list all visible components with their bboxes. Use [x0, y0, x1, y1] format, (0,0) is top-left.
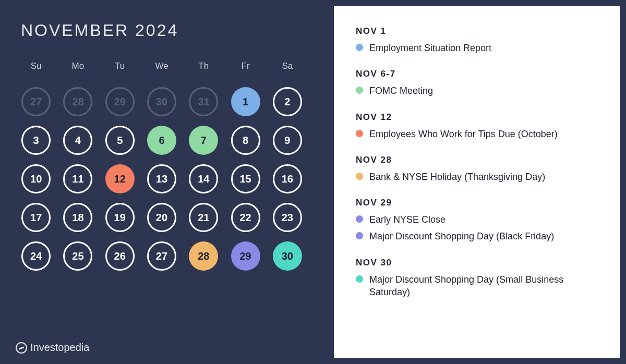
calendar-day: 28 — [63, 87, 92, 116]
event-text: Major Discount Shopping Day (Small Busin… — [369, 273, 600, 299]
calendar-day: 19 — [105, 203, 135, 232]
dow-header: Fr — [230, 61, 260, 78]
calendar-day: 25 — [63, 241, 92, 271]
event-dot-icon — [356, 215, 363, 223]
event-dot-icon — [356, 87, 363, 94]
calendar-day: 23 — [273, 203, 302, 232]
event-dot-icon — [356, 232, 363, 239]
events-panel: NOV 1Employment Situation ReportNOV 6-7F… — [334, 6, 620, 358]
calendar-day: 13 — [147, 164, 176, 193]
calendar-day: 29 — [231, 241, 260, 271]
calendar-day: 12 — [105, 164, 135, 193]
dow-header: Su — [21, 61, 51, 78]
event-date: NOV 30 — [356, 258, 600, 268]
event-date: NOV 28 — [356, 155, 600, 165]
dow-header: We — [147, 61, 177, 78]
event-item: Employees Who Work for Tips Due (October… — [356, 128, 600, 140]
event-date: NOV 1 — [356, 26, 600, 37]
event-item: Employment Situation Report — [356, 42, 600, 54]
calendar-day: 11 — [63, 164, 92, 193]
calendar-day: 9 — [273, 126, 302, 155]
event-date: NOV 6-7 — [356, 69, 600, 79]
calendar-day: 14 — [189, 164, 218, 193]
event-group: NOV 30Major Discount Shopping Day (Small… — [356, 258, 600, 299]
calendar-day: 1 — [231, 87, 260, 116]
calendar-day: 21 — [189, 203, 218, 232]
event-group: NOV 1Employment Situation Report — [356, 26, 600, 54]
calendar-panel: NOVEMBER 2024 SuMoTuWeThFrSa272829303112… — [21, 21, 311, 271]
dow-header: Tu — [105, 61, 135, 78]
calendar-day: 20 — [147, 203, 176, 232]
calendar-day: 15 — [231, 164, 260, 193]
brand: Investopedia — [16, 342, 89, 354]
calendar-day: 6 — [147, 126, 176, 155]
calendar-day: 30 — [147, 87, 176, 116]
calendar-day: 16 — [273, 164, 302, 193]
calendar-day: 31 — [189, 87, 218, 116]
calendar-day: 10 — [21, 164, 51, 193]
event-text: Major Discount Shopping Day (Black Frida… — [369, 230, 554, 242]
event-text: Bank & NYSE Holiday (Thanksgiving Day) — [369, 171, 545, 183]
event-dot-icon — [356, 173, 363, 180]
event-text: Employment Situation Report — [369, 42, 491, 54]
event-item: FOMC Meeting — [356, 84, 600, 97]
calendar-day: 7 — [189, 126, 218, 155]
event-dot-icon — [356, 44, 363, 51]
dow-header: Sa — [272, 61, 303, 78]
calendar-day: 18 — [63, 203, 92, 232]
dow-header: Mo — [63, 61, 93, 78]
calendar-day: 2 — [273, 87, 302, 116]
calendar-day: 28 — [189, 241, 218, 271]
calendar-day: 5 — [105, 126, 135, 155]
event-item: Bank & NYSE Holiday (Thanksgiving Day) — [356, 171, 600, 183]
event-dot-icon — [356, 275, 363, 283]
event-text: Employees Who Work for Tips Due (October… — [369, 128, 558, 140]
event-text: FOMC Meeting — [369, 84, 433, 97]
event-group: NOV 29Early NYSE CloseMajor Discount Sho… — [356, 198, 600, 243]
event-item: Major Discount Shopping Day (Black Frida… — [356, 230, 600, 242]
event-group: NOV 28Bank & NYSE Holiday (Thanksgiving … — [356, 155, 600, 183]
dow-header: Th — [188, 61, 219, 78]
calendar-day: 30 — [273, 241, 302, 271]
calendar-day: 29 — [105, 87, 135, 116]
calendar-day: 17 — [21, 203, 51, 232]
event-dot-icon — [356, 130, 363, 137]
event-group: NOV 6-7FOMC Meeting — [356, 69, 600, 97]
calendar-day: 27 — [21, 87, 51, 116]
calendar-day: 3 — [21, 126, 51, 155]
calendar-title: NOVEMBER 2024 — [21, 21, 311, 40]
event-group: NOV 12Employees Who Work for Tips Due (O… — [356, 112, 600, 140]
calendar-day: 4 — [63, 126, 92, 155]
brand-icon — [16, 342, 27, 354]
calendar-day: 22 — [231, 203, 260, 232]
calendar-day: 27 — [147, 241, 176, 271]
event-text: Early NYSE Close — [369, 213, 446, 226]
calendar-grid: SuMoTuWeThFrSa27282930311234567891011121… — [21, 61, 303, 271]
calendar-day: 24 — [21, 241, 51, 271]
brand-text: Investopedia — [30, 342, 89, 354]
calendar-day: 8 — [231, 126, 260, 155]
calendar-day: 26 — [105, 241, 135, 271]
event-date: NOV 12 — [356, 112, 600, 123]
event-item: Major Discount Shopping Day (Small Busin… — [356, 273, 600, 299]
event-item: Early NYSE Close — [356, 213, 600, 226]
event-date: NOV 29 — [356, 198, 600, 208]
